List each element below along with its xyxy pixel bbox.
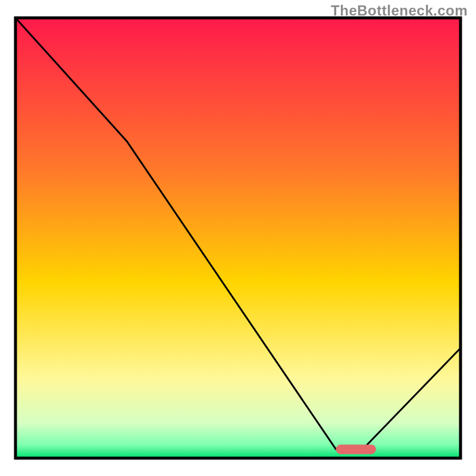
bottleneck-chart [0, 0, 476, 476]
chart-container: TheBottleneck.com [0, 0, 476, 476]
chart-background [15, 18, 461, 458]
optimal-marker [336, 444, 376, 454]
